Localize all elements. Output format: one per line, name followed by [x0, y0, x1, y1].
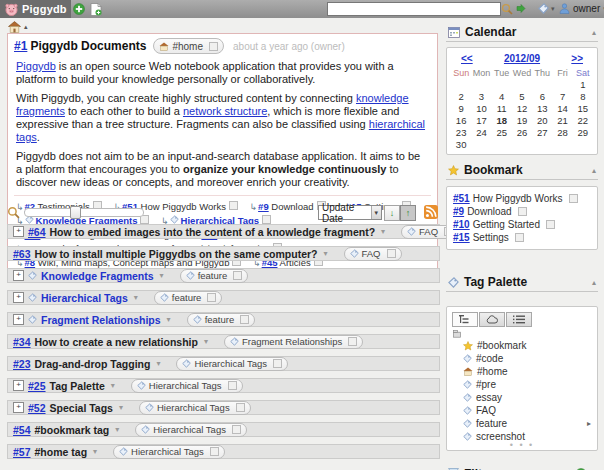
- tag-tree-item[interactable]: #home: [451, 365, 593, 378]
- slider-thumb[interactable]: [70, 206, 81, 219]
- search-input[interactable]: [327, 2, 501, 16]
- tag-tree-item[interactable]: essay: [451, 391, 593, 404]
- collapse-icon[interactable]: ▴: [592, 28, 596, 37]
- remove-box[interactable]: [240, 315, 249, 324]
- tag-tree-item[interactable]: #code: [451, 352, 593, 365]
- remove-box[interactable]: [569, 194, 578, 203]
- row-menu-caret[interactable]: ▾: [134, 293, 138, 302]
- fragment-tag-chip[interactable]: #home: [153, 38, 224, 54]
- row-tag-title-link[interactable]: Hierarchical Tags: [41, 292, 128, 304]
- rss-icon[interactable]: [424, 205, 438, 219]
- row-id-link[interactable]: #57: [13, 446, 31, 458]
- tag-menu[interactable]: ▾: [538, 3, 555, 14]
- sort-ascending-button[interactable]: ↑: [400, 205, 416, 221]
- row-id-link[interactable]: #64: [28, 226, 46, 238]
- calendar-date-link[interactable]: 12: [512, 103, 532, 114]
- home-nav[interactable]: ▴: [8, 21, 28, 33]
- doc-inline-link[interactable]: Piggydb: [16, 60, 56, 72]
- row-menu-caret[interactable]: ▾: [115, 425, 119, 434]
- calendar-date-link[interactable]: 24: [471, 127, 491, 138]
- tab-list-view[interactable]: [506, 312, 532, 327]
- tab-tree-view[interactable]: [452, 312, 478, 327]
- row-menu-caret[interactable]: ▾: [156, 359, 160, 368]
- row-tag-chip[interactable]: Hierarchical Tags: [131, 379, 243, 393]
- remove-box[interactable]: [348, 337, 357, 346]
- calendar-date-link[interactable]: 22: [573, 115, 593, 126]
- remove-box[interactable]: [233, 271, 242, 280]
- remove-box[interactable]: [273, 359, 282, 368]
- calendar-date-link[interactable]: 8: [573, 91, 593, 102]
- calendar-date-link[interactable]: 6: [532, 91, 552, 102]
- remove-box[interactable]: [207, 293, 216, 302]
- expand-icon[interactable]: +: [13, 380, 24, 391]
- row-id-link[interactable]: #54: [13, 424, 31, 436]
- row-menu-caret[interactable]: ▾: [167, 315, 171, 324]
- row-id-link[interactable]: #52: [28, 402, 46, 414]
- doc-inline-link[interactable]: hierarchical tags: [16, 118, 425, 143]
- calendar-date-link[interactable]: 3: [471, 91, 491, 102]
- row-tag-title-link[interactable]: Fragment Relationships: [41, 314, 161, 326]
- calendar-date-link[interactable]: 13: [532, 103, 552, 114]
- calendar-date-link[interactable]: 18: [492, 115, 512, 126]
- calendar-date-link[interactable]: 7: [552, 91, 572, 102]
- remove-box[interactable]: [518, 207, 527, 216]
- calendar-date-link[interactable]: 17: [471, 115, 491, 126]
- calendar-date-link[interactable]: 19: [512, 115, 532, 126]
- row-tag-chip[interactable]: FAQ: [344, 247, 402, 261]
- row-tag-title-link[interactable]: Knowledge Fragments: [41, 270, 154, 282]
- user-menu[interactable]: owner ▾: [559, 3, 604, 14]
- tag-tree-root[interactable]: [451, 329, 593, 339]
- row-id-link[interactable]: #25: [28, 380, 46, 392]
- calendar-date-link[interactable]: 25: [492, 127, 512, 138]
- expand-icon[interactable]: +: [13, 270, 24, 281]
- bookmark-id-link[interactable]: #9: [453, 205, 464, 218]
- app-logo-tab[interactable]: Piggydb: [0, 0, 71, 18]
- calendar-date-link[interactable]: 30: [451, 139, 471, 150]
- expand-icon[interactable]: +: [13, 402, 24, 413]
- row-menu-caret[interactable]: ▾: [204, 337, 208, 346]
- calendar-date-link[interactable]: 14: [552, 103, 572, 114]
- tag-tree-item[interactable]: #pre: [451, 378, 593, 391]
- row-menu-caret[interactable]: ▾: [93, 447, 97, 456]
- calendar-date-link[interactable]: 20: [532, 115, 552, 126]
- calendar-date-link[interactable]: 2: [451, 91, 471, 102]
- remove-box[interactable]: [546, 220, 555, 229]
- row-id-link[interactable]: #63: [13, 248, 31, 260]
- calendar-date-link[interactable]: 28: [552, 127, 572, 138]
- row-tag-chip[interactable]: feature: [180, 269, 249, 283]
- sort-order-select[interactable]: Update Date ▼: [318, 205, 382, 220]
- new-fragment-icon[interactable]: [73, 3, 85, 15]
- expand-icon[interactable]: +: [13, 226, 24, 237]
- tab-cloud-view[interactable]: [479, 312, 505, 327]
- expand-icon[interactable]: +: [13, 314, 24, 325]
- remove-box[interactable]: [236, 403, 245, 412]
- row-tag-chip[interactable]: feature: [187, 313, 256, 327]
- calendar-date-link[interactable]: 10: [471, 103, 491, 114]
- calendar-date-link[interactable]: 4: [492, 91, 512, 102]
- scale-slider[interactable]: [24, 208, 144, 217]
- calendar-date-link[interactable]: 27: [532, 127, 552, 138]
- calendar-date-link[interactable]: 21: [552, 115, 572, 126]
- row-menu-caret[interactable]: ▾: [160, 271, 164, 280]
- resize-handle[interactable]: • • •: [451, 443, 593, 448]
- expand-right-icon[interactable]: ▸: [587, 419, 591, 428]
- row-tag-chip[interactable]: feature: [154, 291, 223, 305]
- tag-tree-item[interactable]: #bookmark: [451, 339, 593, 352]
- new-document-icon[interactable]: [90, 3, 102, 16]
- row-menu-caret[interactable]: ▾: [119, 403, 123, 412]
- remove-box[interactable]: [515, 233, 524, 242]
- collapse-icon[interactable]: ▴: [592, 278, 596, 287]
- remove-box[interactable]: [387, 249, 396, 258]
- remove-box[interactable]: [232, 425, 241, 434]
- calendar-date-link[interactable]: 15: [573, 103, 593, 114]
- calendar-date-link[interactable]: 11: [492, 103, 512, 114]
- tag-tree-item[interactable]: feature▸: [451, 417, 593, 430]
- calendar-date-link[interactable]: 29: [573, 127, 593, 138]
- expand-icon[interactable]: +: [13, 292, 24, 303]
- row-menu-caret[interactable]: ▾: [323, 249, 327, 258]
- remove-tag-box[interactable]: [209, 42, 218, 51]
- remove-box[interactable]: [210, 447, 219, 456]
- bookmark-id-link[interactable]: #15: [453, 231, 470, 244]
- row-id-link[interactable]: #23: [13, 358, 31, 370]
- calendar-date-link[interactable]: 26: [512, 127, 532, 138]
